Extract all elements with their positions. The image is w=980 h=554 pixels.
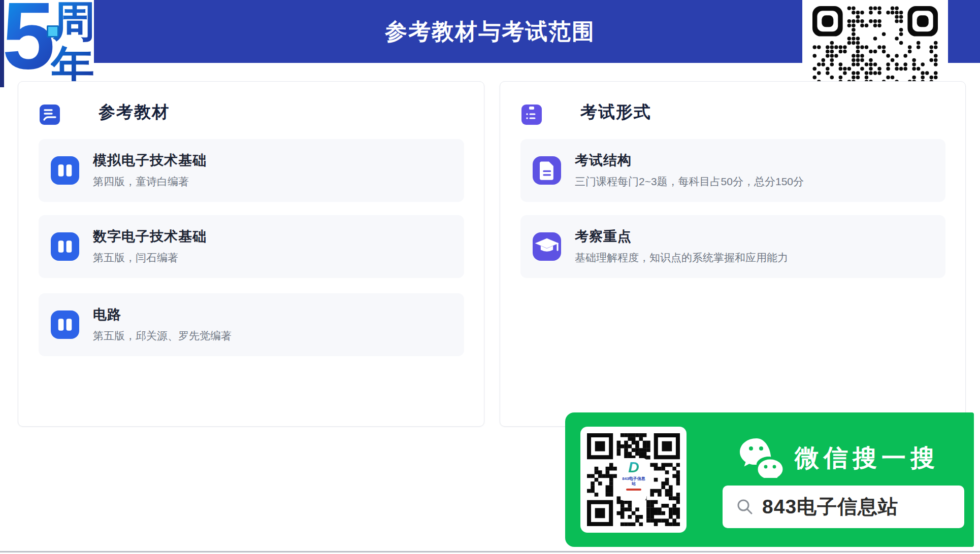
exam-card: 考试形式 考试结构 三门课程每门2~3题，每科目占50分，总分150分 [500,81,966,427]
wechat-icon [738,435,787,478]
logo-digit: 5 [2,0,55,83]
exam-item-title: 考试结构 [575,151,632,169]
journal-icon [40,105,60,125]
wechat-search-box[interactable]: 843电子信息站 [723,486,964,528]
book-open-icon [51,156,79,185]
textbook-title: 模拟电子技术基础 [93,151,207,169]
exam-item-subtitle: 三门课程每门2~3题，每科目占50分，总分150分 [575,175,804,189]
exam-card-title: 考试形式 [580,101,651,124]
page: 参考教材与考试范围 5 周 年 学习通本课程 参考教材 [0,0,980,554]
file-lines-icon [533,156,561,185]
logo-char-zhou: 周 [53,0,95,43]
textbook-item-row: 电路 第五版，邱关源、罗先觉编著 [39,293,464,356]
exam-item-subtitle: 基础理解程度，知识点的系统掌握和应用能力 [575,251,788,265]
wechat-qr-panel: D 843电子信息站 [580,427,687,533]
exam-item-title: 考察重点 [575,227,632,246]
book-open-icon [51,310,79,339]
wechat-search-brand: 微信搜一搜 [795,442,939,474]
exam-item-row: 考试结构 三门课程每门2~3题，每科目占50分，总分150分 [520,139,945,202]
textbooks-card: 参考教材 模拟电子技术基础 第四版，童诗白编著 数字电子技术基础 第五版，闫石编… [18,81,484,427]
textbook-item-row: 模拟电子技术基础 第四版，童诗白编著 [39,139,464,202]
clipboard-list-icon [521,105,542,125]
bottom-hairline [0,551,980,552]
graduation-cap-icon [533,232,561,261]
textbook-title: 电路 [93,305,121,324]
textbook-subtitle: 第五版，闫石编著 [93,251,178,265]
anniversary-logo: 5 周 年 [4,1,93,90]
wechat-search-value: 843电子信息站 [762,486,898,528]
search-icon [736,498,754,516]
exam-item-row: 考察重点 基础理解程度，知识点的系统掌握和应用能力 [520,215,945,278]
textbook-subtitle: 第五版，邱关源、罗先觉编著 [93,329,232,343]
textbooks-card-title: 参考教材 [99,101,170,124]
textbook-subtitle: 第四版，童诗白编著 [93,175,189,189]
wechat-banner: D 843电子信息站 微信搜一搜 843电子信息 [565,412,974,547]
qr-center-red-line [626,489,641,491]
book-open-icon [51,232,79,261]
textbook-title: 数字电子技术基础 [93,227,207,246]
wechat-qr-center-logo: D 843电子信息站 [621,458,646,501]
brand-mark: D [621,458,646,476]
qr-center-label: 843电子信息站 [621,476,646,487]
textbook-item-row: 数字电子技术基础 第五版，闫石编著 [39,215,464,278]
logo-chip-decoration [47,25,59,38]
